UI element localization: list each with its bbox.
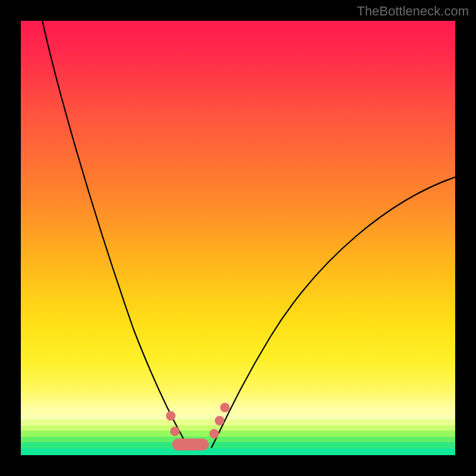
plot-area — [21, 21, 455, 455]
watermark-text: TheBottleneck.com — [357, 4, 469, 19]
marker-right-3 — [220, 403, 230, 412]
marker-left-1 — [166, 411, 176, 421]
chart-frame: TheBottleneck.com — [0, 0, 476, 476]
bottleneck-curve — [21, 21, 455, 455]
marker-right-1 — [209, 429, 219, 439]
curve-left-branch — [41, 15, 187, 448]
valley-pill — [172, 439, 209, 450]
marker-left-2 — [170, 427, 180, 436]
marker-right-2 — [215, 416, 224, 425]
curve-right-branch — [211, 177, 456, 448]
